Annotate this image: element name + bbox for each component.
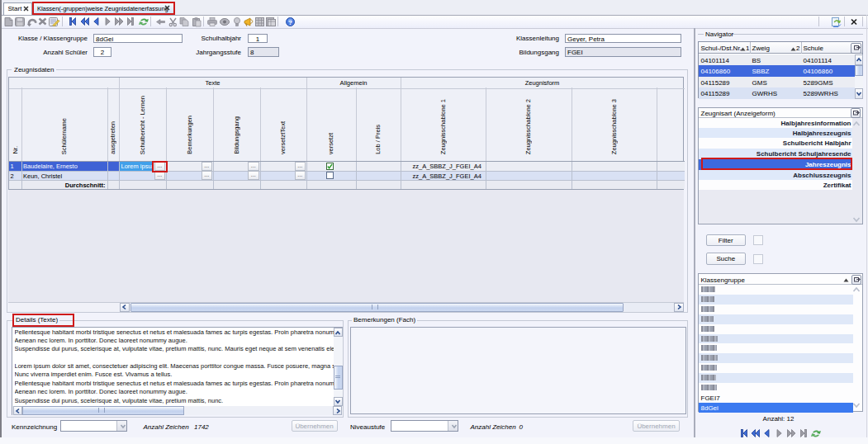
svg-text:?: ? <box>288 18 292 26</box>
